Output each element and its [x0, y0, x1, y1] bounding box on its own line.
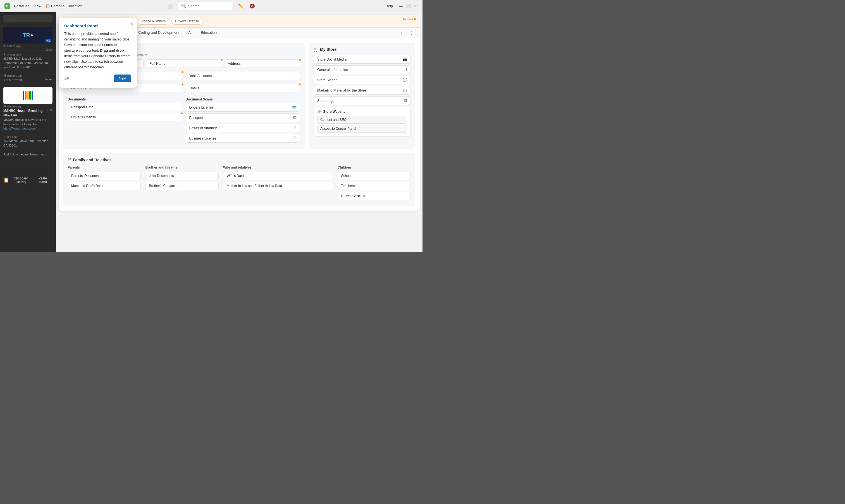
doc-drivers-license[interactable]: Driver's License — [68, 113, 182, 121]
tooltip-next-btn[interactable]: Next — [114, 74, 131, 82]
clip-text-passport: 9876543210, issued by U.S. Department of… — [3, 57, 53, 70]
general-info-icon: ℹ — [406, 68, 407, 72]
sidebar-search-input[interactable] — [3, 15, 53, 22]
clip-time-4: 59 minutes ago — [3, 105, 53, 108]
maximize-btn[interactable]: ⬜ — [406, 4, 411, 8]
family-school[interactable]: School — [338, 172, 411, 180]
family-section: ♡ Family and Relatives Parents Parents' … — [63, 153, 415, 206]
sidebar-clip-passport[interactable]: 3 minutes ago 9876543210, issued by U.S.… — [0, 51, 56, 72]
field-address[interactable]: Address — [224, 59, 300, 68]
documents-col: Documents Passport Data Driver's License — [68, 97, 182, 144]
clip-badge-link: Link — [48, 109, 53, 112]
store-slogan[interactable]: Store Slogan 💬 — [314, 76, 411, 84]
website-control-panel[interactable]: Access to Control Panel — [317, 125, 407, 132]
store-marketing-material[interactable]: Marketing Material for the Store 📋 — [314, 86, 411, 95]
more-tabs-btn[interactable]: ⋮ — [407, 29, 415, 37]
family-joint-docs[interactable]: Joint Documents — [145, 172, 218, 180]
minimize-btn[interactable]: — — [399, 4, 404, 8]
clip-time-2: 3 minutes ago — [3, 53, 53, 56]
search-bar[interactable]: 🔍 — [178, 2, 234, 10]
search-input[interactable] — [188, 4, 227, 8]
clip-time-3: 48 minutes ago — [3, 74, 53, 77]
family-title: ♡ Family and Relatives — [68, 158, 411, 162]
family-brothers-contacts[interactable]: Brother's Contacts — [145, 182, 218, 190]
pinned-close-icon[interactable]: ✕ — [414, 17, 416, 21]
family-mom-dad-data[interactable]: Mom and Dad's Data — [68, 182, 141, 190]
clipboard-history-btn[interactable]: Clipboard History — [11, 175, 31, 185]
clip-time-5: 1 hour ago — [3, 136, 53, 139]
scan-biz-icon: 📄 — [292, 136, 297, 140]
panel-icon-btn[interactable]: ⬜ — [167, 2, 175, 10]
tooltip-close-btn[interactable]: ✕ — [130, 21, 134, 26]
documents-title: Documents — [68, 97, 182, 101]
store-logo[interactable]: Store Logo 🖼 — [314, 96, 411, 105]
family-inlaws-data[interactable]: Mother-in-law and Father-in-law Data — [223, 182, 333, 190]
scan-power-attorney[interactable]: Power of Attorney 📄 — [186, 124, 300, 132]
scan-business-license[interactable]: Business License 📄 — [186, 134, 300, 143]
tooltip-body: This panel provides a central hub for or… — [64, 31, 131, 70]
family-parents-title: Parents — [68, 165, 141, 169]
edit-icon-btn[interactable]: ✏️ — [237, 2, 245, 10]
tab-ai[interactable]: AI — [184, 28, 196, 38]
sidebar-clip-address[interactable]: 1 hour ago 742 Maple Grove Lane Riversid… — [0, 133, 56, 150]
top-bar-center: ⬜ 🔍 ✏️ 🔕 — [167, 2, 256, 10]
menu-view[interactable]: View — [33, 4, 41, 8]
document-scans-title: Document Scans — [186, 97, 300, 101]
menu-pastebar[interactable]: PasteBar — [14, 4, 29, 8]
family-wifes-data[interactable]: Wife's Data — [223, 172, 333, 180]
clip-url-msnbc: https://www.msnbc.com/ — [3, 126, 53, 131]
tab-coding-dev[interactable]: Coding and Development — [134, 28, 184, 38]
slogan-icon: 💬 — [403, 78, 407, 82]
close-btn[interactable]: ✕ — [413, 4, 418, 8]
sidebar-clip-msnbc[interactable]: 59 minutes ago Link MSNBC News - Breakin… — [0, 85, 56, 133]
scan-poa-icon: 📄 — [292, 126, 297, 130]
mute-icon-btn[interactable]: 🔕 — [248, 2, 256, 10]
help-label[interactable]: Help — [385, 4, 393, 8]
social-media-icon: 📷 — [403, 57, 407, 61]
field-emails[interactable]: Emails — [185, 84, 300, 92]
documents-row: Documents Passport Data Driver's License… — [68, 97, 300, 144]
field-full-name[interactable]: Full Name — [146, 59, 222, 68]
top-bar-left: P PasteBar View 📋 Personal Collection — [4, 3, 82, 9]
website-content-seo[interactable]: Content and SEO — [317, 116, 407, 124]
family-brother-col: Brother and his wife Joint Documents Bro… — [145, 165, 218, 202]
pinned-badge: 5 Pinned ✕ — [401, 17, 416, 21]
dob-dot — [181, 84, 183, 85]
clipboard-icon: 📋 — [3, 178, 9, 183]
pinned-chip-license[interactable]: Driver's License — [172, 18, 203, 24]
store-social-media[interactable]: Store Social Media 📷 — [314, 55, 411, 64]
tab-education[interactable]: Education — [196, 28, 221, 38]
sidebar-clip-misc[interactable]: Just follow me, just follow me... — [0, 150, 56, 159]
field-bank-accounts[interactable]: Bank Accounts — [185, 72, 300, 80]
clip-text-misc: Just follow me, just follow me... — [3, 152, 53, 157]
family-network-access[interactable]: Network Access — [338, 192, 411, 200]
sidebar-clip-secret[interactable]: 48 minutes ago Secret T••t s•••••••••n — [0, 72, 56, 85]
my-store-title: 🛒 My Store — [314, 47, 411, 52]
clip-desc-msnbc: MSNBC breaking news and the latest news … — [3, 118, 53, 126]
search-icon: 🔍 — [181, 3, 187, 8]
drivers-license-dot — [181, 112, 183, 114]
sidebar-clip-video[interactable]: TR A HD 3 minutes ago Video — [0, 24, 56, 51]
clip-text-address: 742 Maple Grove Lane Riverside, CA 92501 — [3, 139, 53, 148]
window-controls: — ⬜ ✕ — [399, 4, 418, 8]
store-general-info[interactable]: General Information ℹ — [314, 65, 411, 74]
logo-icon: 🖼 — [404, 98, 407, 103]
clip-badge-video: Video — [46, 48, 53, 51]
store-website-title: 🔗 Store Website — [317, 110, 407, 113]
doc-passport-data[interactable]: Passport Data — [68, 103, 182, 111]
address-dot — [299, 59, 301, 61]
menu-collection[interactable]: 📋 Personal Collection — [46, 4, 82, 8]
website-link-icon: 🔗 — [317, 110, 321, 113]
store-website-section: 🔗 Store Website Content and SEO Access t… — [314, 107, 411, 137]
paste-menu-btn[interactable]: Paste Menu — [33, 175, 53, 185]
family-parents-docs[interactable]: Parents' Documents — [68, 172, 141, 180]
full-name-dot — [221, 59, 223, 61]
top-bar: P PasteBar View 📋 Personal Collection ⬜ … — [0, 0, 423, 12]
family-teachers[interactable]: Teachers — [338, 182, 411, 190]
pinned-chip-phone[interactable]: Phone Numbers — [138, 18, 169, 24]
family-grid: Parents Parents' Documents Mom and Dad's… — [68, 165, 411, 202]
scan-drivers-license[interactable]: Drivers License 🪪 — [186, 103, 300, 112]
add-tab-btn[interactable]: + — [398, 29, 405, 37]
tooltip-counter: 1/8 — [64, 76, 69, 80]
scan-passport[interactable]: Passport 🖼 — [186, 113, 300, 122]
